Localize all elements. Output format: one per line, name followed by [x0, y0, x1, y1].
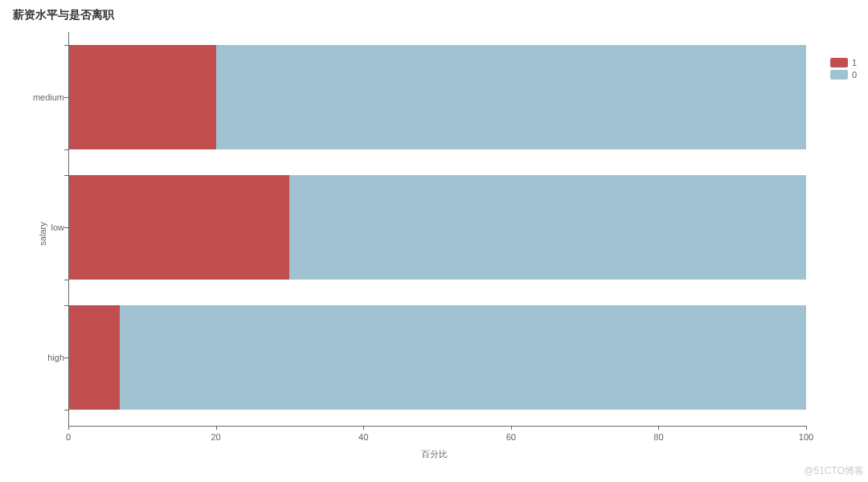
x-tick-label: 40 [358, 432, 368, 442]
chart-title: 薪资水平与是否离职 [13, 8, 114, 22]
y-tick-mark [64, 410, 68, 411]
x-tick-label: 20 [211, 432, 220, 442]
x-tick-mark [363, 426, 364, 430]
x-tick-label: 100 [799, 432, 813, 442]
y-tick-mark [64, 357, 68, 358]
y-axis-line [68, 32, 69, 426]
x-tick-mark [216, 426, 217, 430]
y-tick-mark [64, 227, 68, 228]
x-tick-label: 60 [506, 432, 516, 442]
bar-seg-1 [68, 305, 120, 410]
x-axis-title: 百分比 [421, 448, 448, 460]
bar-seg-0 [289, 175, 806, 280]
y-tick-label: medium [33, 92, 64, 102]
legend: 1 0 [830, 58, 857, 82]
x-tick-label: 80 [653, 432, 663, 442]
y-tick-mark [64, 175, 68, 176]
bar-row-high [68, 305, 806, 410]
x-tick-mark [806, 426, 807, 430]
x-tick-mark [511, 426, 512, 430]
legend-label: 1 [852, 58, 857, 67]
legend-label: 0 [852, 70, 857, 80]
legend-item-1[interactable]: 1 [830, 58, 857, 67]
y-tick-label: low [51, 223, 64, 232]
legend-swatch-icon [830, 70, 848, 80]
legend-swatch-icon [830, 58, 848, 67]
y-tick-mark [64, 280, 68, 280]
x-tick-mark [68, 426, 69, 430]
legend-item-0[interactable]: 0 [830, 70, 857, 80]
y-tick-mark [64, 149, 68, 150]
bar-row-medium [68, 45, 806, 149]
bar-seg-1 [68, 175, 289, 280]
bar-seg-1 [68, 45, 216, 149]
y-tick-mark [64, 305, 68, 306]
watermark: @51CTO博客 [804, 464, 864, 478]
y-tick-label: high [47, 353, 64, 362]
bar-seg-0 [216, 45, 806, 149]
x-tick-label: 0 [66, 432, 71, 442]
y-tick-mark [64, 97, 68, 98]
bar-seg-0 [120, 305, 806, 410]
x-axis-line [68, 426, 806, 427]
bar-row-low [68, 175, 806, 280]
bars-container [68, 32, 806, 426]
x-tick-mark [658, 426, 659, 430]
plot-area [68, 32, 806, 426]
y-axis-title: salary [38, 222, 47, 245]
y-tick-mark [64, 45, 68, 46]
